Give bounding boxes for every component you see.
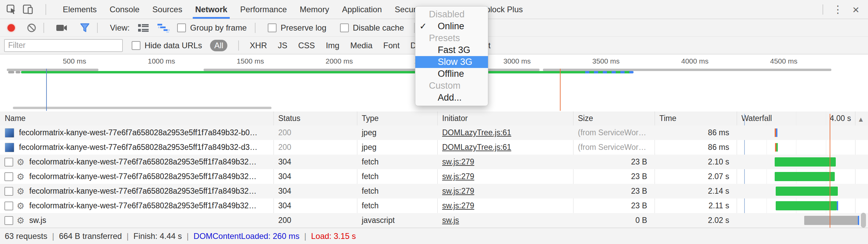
cell-time: 2.11 s <box>655 198 737 213</box>
cell-waterfall <box>737 169 861 184</box>
row-select-checkbox[interactable] <box>4 158 13 167</box>
column-header-type[interactable]: Type <box>362 111 379 125</box>
column-header-waterfall[interactable]: Waterfall <box>741 111 772 125</box>
throttle-option-add-[interactable]: Add... <box>415 92 488 104</box>
more-options-icon[interactable]: ⋮ <box>833 4 843 15</box>
filter-icon[interactable] <box>79 22 90 33</box>
column-header-status[interactable]: Status <box>278 111 300 125</box>
waterfall-bar-tip <box>837 201 838 210</box>
overview-blue-dash <box>620 71 625 73</box>
record-button[interactable] <box>7 24 15 32</box>
throttle-option-offline[interactable]: Offline <box>415 68 488 80</box>
initiator-link[interactable]: sw.js:279 <box>442 201 474 210</box>
preserve-log-checkbox[interactable]: Preserve log <box>268 23 326 33</box>
request-row[interactable]: ⚙sw.js200javascriptsw.js0 B2.02 s <box>0 213 868 228</box>
image-preview-icon <box>5 143 14 152</box>
cell-time: 86 ms <box>655 140 737 155</box>
cell-time: 86 ms <box>655 125 737 140</box>
overview-bottom-bar <box>13 107 271 109</box>
type-filter-media[interactable]: Media <box>350 41 372 50</box>
initiator-link[interactable]: sw.js:279 <box>442 172 474 181</box>
tab-elements[interactable]: Elements <box>56 0 103 19</box>
group-by-frame-box[interactable] <box>177 23 186 32</box>
tab-console[interactable]: Console <box>103 0 146 19</box>
throttle-option-slow-3g[interactable]: Slow 3G <box>415 56 488 68</box>
tab-sources[interactable]: Sources <box>146 0 189 19</box>
column-header-time[interactable]: Time <box>659 111 676 125</box>
preserve-log-box[interactable] <box>268 23 277 32</box>
inspect-element-icon[interactable] <box>6 4 17 15</box>
image-preview-icon <box>5 128 14 138</box>
ruler-tick-label: 1500 ms <box>237 57 267 65</box>
row-select-checkbox[interactable] <box>4 187 13 196</box>
clear-icon[interactable] <box>26 23 37 33</box>
type-filter-all[interactable]: All <box>210 40 227 51</box>
view-waterfall-icon[interactable] <box>157 23 170 33</box>
tabbar-right: ⋮ × <box>823 0 868 19</box>
throttle-option-disabled: Disabled <box>415 8 488 20</box>
request-row[interactable]: ⚙fecolormatrix-kanye-west-77e6f7a658028a… <box>0 169 868 184</box>
type-filter-js[interactable]: JS <box>278 41 287 50</box>
cell-time: 2.07 s <box>655 169 737 184</box>
view-list-icon[interactable] <box>137 23 149 33</box>
group-by-frame-checkbox[interactable]: Group by frame <box>177 23 247 33</box>
overview-request-bar <box>204 69 540 71</box>
request-row[interactable]: ⚙fecolormatrix-kanye-west-77e6f7a658028a… <box>0 184 868 198</box>
hide-data-urls-label: Hide data URLs <box>145 41 202 50</box>
tab-memory[interactable]: Memory <box>293 0 336 19</box>
request-row[interactable]: fecolormatrix-kanye-west-77e6f7a658028a2… <box>0 125 868 140</box>
scrollbar-thumb[interactable] <box>861 213 866 228</box>
column-header-initiator[interactable]: Initiator <box>442 111 468 125</box>
disable-cache-box[interactable] <box>340 23 349 32</box>
request-name: fecolormatrix-kanye-west-77e6f7a658028a2… <box>29 157 257 167</box>
column-header-name[interactable]: Name <box>5 111 25 125</box>
cell-type: jpeg <box>357 125 442 140</box>
filter-input[interactable] <box>4 39 123 52</box>
requests-table-header: NameStatusTypeInitiatorSizeTimeWaterfall… <box>0 111 868 126</box>
hide-data-urls-box[interactable] <box>132 41 140 50</box>
column-header-size[interactable]: Size <box>578 111 593 125</box>
ruler-tick-label: 4000 ms <box>681 57 711 65</box>
type-filter-img[interactable]: Img <box>326 41 339 50</box>
row-select-checkbox[interactable] <box>4 202 13 210</box>
initiator-link[interactable]: DOMLazyTree.js:61 <box>442 143 511 152</box>
row-select-checkbox[interactable] <box>4 216 13 225</box>
cell-type: javascript <box>357 213 442 228</box>
capture-screenshots-icon[interactable] <box>56 23 68 33</box>
type-filter-xhr[interactable]: XHR <box>250 41 267 50</box>
ruler-tick-label: 4500 ms <box>770 57 800 65</box>
scrollbar-up-arrow[interactable]: ▲ <box>857 116 864 123</box>
throttle-option-fast-3g[interactable]: Fast 3G <box>415 44 488 56</box>
toggle-device-toolbar-icon[interactable] <box>22 4 34 15</box>
type-filter-font[interactable]: Font <box>383 41 400 50</box>
cell-type: jpeg <box>357 140 442 155</box>
type-filter-css[interactable]: CSS <box>298 41 315 50</box>
request-row[interactable]: fecolormatrix-kanye-west-77e6f7a658028a2… <box>0 140 868 155</box>
row-select-checkbox[interactable] <box>4 172 13 181</box>
initiator-link[interactable]: sw.js <box>442 216 459 225</box>
close-devtools-icon[interactable]: × <box>852 4 859 15</box>
cell-initiator: DOMLazyTree.js:61 <box>437 125 578 140</box>
request-name: fecolormatrix-kanye-west-77e6f7a658028a2… <box>29 187 257 196</box>
hide-data-urls-checkbox[interactable]: Hide data URLs <box>132 41 202 50</box>
tab-performance[interactable]: Performance <box>234 0 293 19</box>
cell-initiator: sw.js:279 <box>437 198 578 213</box>
initiator-link[interactable]: sw.js:279 <box>442 187 474 196</box>
cell-status: 304 <box>273 155 362 169</box>
disable-cache-checkbox[interactable]: Disable cache <box>340 23 404 33</box>
throttle-option-online[interactable]: ✓Online <box>415 20 488 32</box>
cell-name: ⚙fecolormatrix-kanye-west-77e6f7a658028a… <box>0 184 273 198</box>
throttle-option-label: Offline <box>415 69 464 79</box>
request-row[interactable]: ⚙fecolormatrix-kanye-west-77e6f7a658028a… <box>0 155 868 169</box>
cell-type: fetch <box>357 184 442 198</box>
request-row[interactable]: ⚙fecolormatrix-kanye-west-77e6f7a658028a… <box>0 198 868 213</box>
initiator-link[interactable]: sw.js:279 <box>442 157 474 167</box>
waterfall-bar <box>776 201 837 210</box>
initiator-link[interactable]: DOMLazyTree.js:61 <box>442 128 511 137</box>
tab-application[interactable]: Application <box>336 0 388 19</box>
toolbar-divider-3 <box>255 23 256 33</box>
cell-type: fetch <box>357 169 442 184</box>
cell-name: fecolormatrix-kanye-west-77e6f7a658028a2… <box>0 125 273 140</box>
overview-blue-dash <box>611 71 616 73</box>
tab-network[interactable]: Network <box>189 0 234 19</box>
